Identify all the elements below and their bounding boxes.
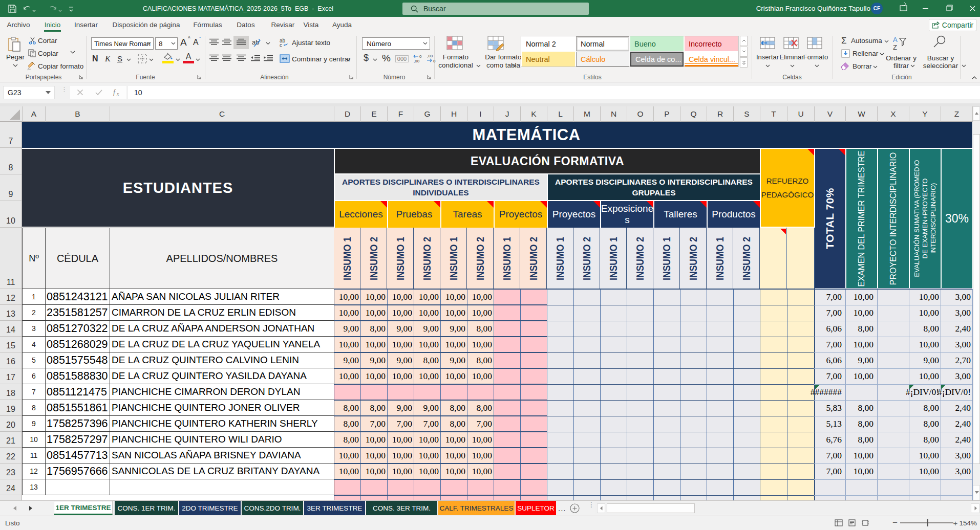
svg-text:Z: Z [893, 43, 897, 50]
svg-text:x: x [116, 91, 119, 96]
svg-text:,00: ,00 [414, 59, 420, 63]
svg-text:0: 0 [419, 54, 422, 59]
svg-text:f: f [113, 89, 116, 96]
svg-text:c: c [280, 42, 282, 47]
svg-text:A: A [893, 36, 898, 43]
svg-text:,00: ,00 [427, 54, 433, 58]
